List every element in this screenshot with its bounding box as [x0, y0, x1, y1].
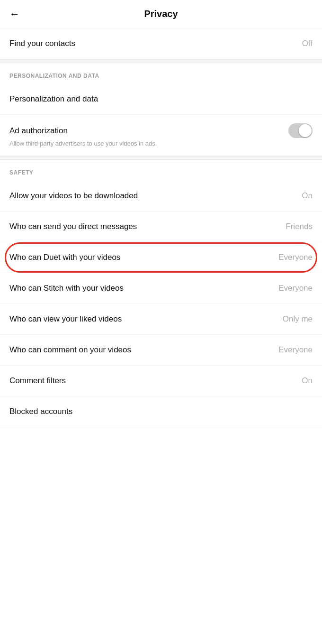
blocked-accounts-row[interactable]: Blocked accounts — [0, 396, 322, 427]
stitch-label: Who can Stitch with your videos — [9, 284, 274, 293]
comment-label: Who can comment on your videos — [9, 345, 274, 355]
find-contacts-row[interactable]: Find your contacts Off — [0, 28, 322, 59]
duet-row[interactable]: Who can Duet with your videos Everyone — [0, 242, 322, 273]
find-contacts-label: Find your contacts — [9, 39, 297, 48]
comment-row[interactable]: Who can comment on your videos Everyone — [0, 335, 322, 366]
ad-authorization-toggle[interactable] — [288, 123, 313, 138]
comment-filters-label: Comment filters — [9, 376, 297, 386]
liked-videos-value: Only me — [283, 314, 313, 324]
liked-videos-row[interactable]: Who can view your liked videos Only me — [0, 304, 322, 335]
ad-authorization-top: Ad authorization — [9, 123, 313, 138]
stitch-row[interactable]: Who can Stitch with your videos Everyone — [0, 273, 322, 304]
blocked-accounts-label: Blocked accounts — [9, 407, 308, 416]
direct-messages-value: Friends — [286, 222, 313, 231]
personalization-label: Personalization and data — [9, 94, 313, 104]
comment-filters-row[interactable]: Comment filters On — [0, 366, 322, 396]
duet-label: Who can Duet with your videos — [9, 253, 274, 262]
safety-section-divider — [0, 156, 322, 160]
ad-authorization-label: Ad authorization — [9, 126, 288, 136]
header: ← Privacy — [0, 0, 322, 28]
allow-downloads-label: Allow your videos to be downloaded — [9, 191, 297, 201]
toggle-knob — [299, 124, 312, 137]
comment-filters-value: On — [302, 376, 313, 386]
back-button[interactable]: ← — [9, 8, 20, 20]
stitch-value: Everyone — [278, 284, 313, 293]
allow-downloads-row[interactable]: Allow your videos to be downloaded On — [0, 181, 322, 212]
safety-section-label: SAFETY — [0, 160, 322, 181]
find-contacts-value: Off — [302, 39, 313, 48]
ad-authorization-row[interactable]: Ad authorization Allow third-party adver… — [0, 115, 322, 156]
section-divider — [0, 59, 322, 63]
duet-value: Everyone — [278, 253, 313, 262]
direct-messages-row[interactable]: Who can send you direct messages Friends — [0, 212, 322, 242]
personalization-section-label: PERSONALIZATION AND DATA — [0, 63, 322, 84]
personalization-row[interactable]: Personalization and data — [0, 84, 322, 115]
direct-messages-label: Who can send you direct messages — [9, 222, 281, 231]
comment-value: Everyone — [278, 345, 313, 355]
ad-authorization-subtitle: Allow third-party advertisers to use you… — [9, 140, 313, 147]
liked-videos-label: Who can view your liked videos — [9, 314, 278, 324]
allow-downloads-value: On — [302, 191, 313, 201]
page-title: Privacy — [144, 9, 178, 19]
